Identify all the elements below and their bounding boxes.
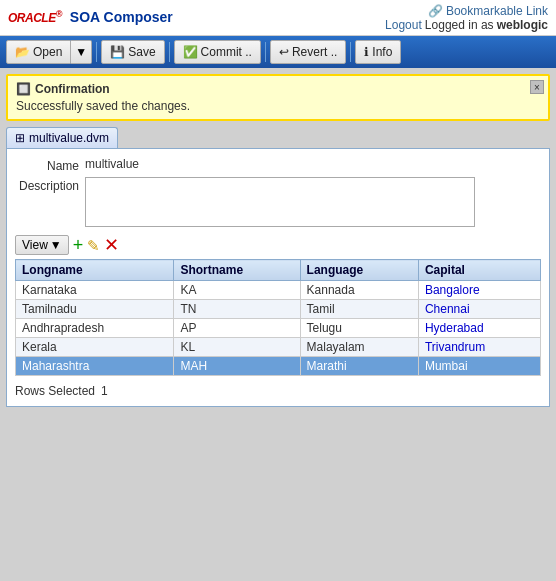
confirmation-panel: 🔲 Confirmation Successfully saved the ch…: [6, 74, 550, 121]
logout-area: Logout Logged in as weblogic: [385, 18, 548, 32]
table-row[interactable]: KeralaKLMalayalamTrivandrum: [16, 338, 541, 357]
open-folder-icon: 📂: [15, 45, 30, 59]
username: weblogic: [497, 18, 548, 32]
table-row[interactable]: KarnatakaKAKannadaBangalore: [16, 281, 541, 300]
col-language: Language: [300, 260, 418, 281]
cell-language: Marathi: [300, 357, 418, 376]
cell-longname: Andhrapradesh: [16, 319, 174, 338]
cell-capital: Bangalore: [418, 281, 540, 300]
name-value: multivalue: [85, 157, 139, 171]
table-row[interactable]: AndhrapradeshAPTeluguHyderabad: [16, 319, 541, 338]
header-right: 🔗 Bookmarkable Link Logout Logged in as …: [385, 4, 548, 32]
cell-shortname: AP: [174, 319, 300, 338]
save-icon: 💾: [110, 45, 125, 59]
content-panel: Name multivalue Description View ▼ + ✎ ✕…: [6, 148, 550, 407]
col-longname: Longname: [16, 260, 174, 281]
oracle-logo: ORACLE®: [8, 9, 62, 25]
close-button[interactable]: ×: [530, 80, 544, 94]
confirmation-message: Successfully saved the changes.: [16, 99, 540, 113]
rows-selected-count: 1: [101, 384, 108, 398]
cell-language: Malayalam: [300, 338, 418, 357]
view-dropdown-icon: ▼: [50, 238, 62, 252]
file-tab-label: multivalue.dvm: [29, 131, 109, 145]
file-tab[interactable]: ⊞ multivalue.dvm: [6, 127, 118, 148]
cell-capital: Mumbai: [418, 357, 540, 376]
view-button[interactable]: View ▼: [15, 235, 69, 255]
bookmarkable-link[interactable]: 🔗 Bookmarkable Link: [428, 4, 548, 18]
logo-area: ORACLE® SOA Composer: [8, 9, 173, 25]
grid-icon: ⊞: [15, 131, 25, 145]
commit-icon: ✅: [183, 45, 198, 59]
delete-row-button[interactable]: ✕: [104, 236, 119, 254]
confirmation-icon: 🔲: [16, 82, 31, 96]
name-row: Name multivalue: [15, 157, 541, 173]
cell-shortname: TN: [174, 300, 300, 319]
info-button[interactable]: ℹ Info: [355, 40, 401, 64]
cell-longname: Maharashtra: [16, 357, 174, 376]
save-button[interactable]: 💾 Save: [101, 40, 164, 64]
separator-1: [96, 42, 97, 62]
separator-2: [169, 42, 170, 62]
col-shortname: Shortname: [174, 260, 300, 281]
toolbar: 📂 Open ▼ 💾 Save ✅ Commit .. ↩ Revert .. …: [0, 36, 556, 68]
description-label: Description: [15, 177, 85, 193]
table-row[interactable]: TamilnaduTNTamilChennai: [16, 300, 541, 319]
rows-selected-label: Rows Selected: [15, 384, 95, 398]
separator-3: [265, 42, 266, 62]
cell-capital: Trivandrum: [418, 338, 540, 357]
cell-language: Tamil: [300, 300, 418, 319]
soa-composer-title: SOA Composer: [70, 9, 173, 25]
description-row: Description: [15, 177, 541, 227]
cell-language: Telugu: [300, 319, 418, 338]
table-row[interactable]: MaharashtraMAHMarathiMumbai: [16, 357, 541, 376]
revert-button[interactable]: ↩ Revert ..: [270, 40, 346, 64]
confirmation-title: 🔲 Confirmation: [16, 82, 540, 96]
name-label: Name: [15, 157, 85, 173]
commit-button[interactable]: ✅ Commit ..: [174, 40, 261, 64]
cell-capital: Hyderabad: [418, 319, 540, 338]
description-textarea[interactable]: [85, 177, 475, 227]
edit-row-button[interactable]: ✎: [87, 238, 100, 253]
file-tab-area: ⊞ multivalue.dvm: [0, 127, 556, 148]
revert-icon: ↩: [279, 45, 289, 59]
data-table: Longname Shortname Language Capital Karn…: [15, 259, 541, 376]
cell-shortname: MAH: [174, 357, 300, 376]
cell-language: Kannada: [300, 281, 418, 300]
cell-longname: Tamilnadu: [16, 300, 174, 319]
logout-link[interactable]: Logout: [385, 18, 422, 32]
chevron-down-icon: ▼: [75, 45, 87, 59]
open-dropdown[interactable]: 📂 Open ▼: [6, 40, 92, 64]
cell-shortname: KA: [174, 281, 300, 300]
open-button[interactable]: 📂 Open: [6, 40, 71, 64]
add-row-button[interactable]: +: [73, 236, 84, 254]
separator-4: [350, 42, 351, 62]
table-header-row: Longname Shortname Language Capital: [16, 260, 541, 281]
header: ORACLE® SOA Composer 🔗 Bookmarkable Link…: [0, 0, 556, 36]
cell-longname: Kerala: [16, 338, 174, 357]
link-icon: 🔗: [428, 4, 443, 18]
rows-selected-area: Rows Selected 1: [15, 384, 541, 398]
open-dropdown-arrow[interactable]: ▼: [71, 40, 92, 64]
info-icon: ℹ: [364, 45, 369, 59]
cell-longname: Karnataka: [16, 281, 174, 300]
cell-shortname: KL: [174, 338, 300, 357]
cell-capital: Chennai: [418, 300, 540, 319]
col-capital: Capital: [418, 260, 540, 281]
table-toolbar: View ▼ + ✎ ✕: [15, 235, 541, 255]
